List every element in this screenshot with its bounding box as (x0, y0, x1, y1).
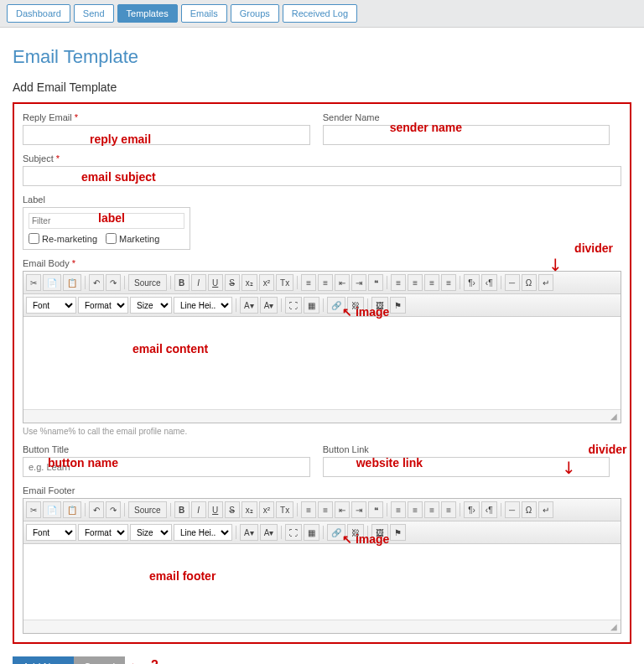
source-button[interactable]: Source (128, 501, 167, 518)
tab-emails[interactable]: Emails (181, 4, 227, 23)
italic-icon[interactable]: I (191, 501, 206, 518)
add-new-button[interactable]: Add New (13, 656, 74, 664)
subject-input[interactable] (23, 166, 621, 186)
quote-icon[interactable]: ❝ (368, 274, 383, 291)
copy-icon[interactable]: 📄 (43, 501, 61, 518)
tab-dashboard[interactable]: Dashboard (7, 4, 70, 23)
tab-templates[interactable]: Templates (117, 4, 178, 23)
maximize-icon[interactable]: ⛶ (285, 297, 302, 314)
superscript-icon[interactable]: x² (259, 501, 274, 518)
label-remarketing[interactable]: Re-marketing (29, 233, 97, 244)
rtl-icon[interactable]: ‹¶ (481, 274, 497, 291)
fontcolor-icon[interactable]: A▾ (240, 297, 258, 314)
flag-icon[interactable]: ⚑ (390, 524, 406, 541)
numlist-icon[interactable]: ≡ (301, 501, 316, 518)
bullist-icon[interactable]: ≡ (318, 501, 333, 518)
format-select[interactable]: Format (78, 524, 128, 541)
size-select[interactable]: Size (130, 524, 172, 541)
clearformat-icon[interactable]: Tx (276, 274, 293, 291)
unlink-icon[interactable]: ⛓ (347, 524, 364, 541)
bgcolor-icon[interactable]: A▾ (260, 524, 278, 541)
lineheight-select[interactable]: Line Hei... (174, 297, 232, 314)
redo-icon[interactable]: ↷ (106, 501, 121, 518)
link-icon[interactable]: 🔗 (327, 524, 345, 541)
underline-icon[interactable]: U (208, 501, 223, 518)
source-button[interactable]: Source (128, 274, 167, 291)
size-select[interactable]: Size (130, 297, 172, 314)
unlink-icon[interactable]: ⛓ (347, 297, 364, 314)
omega-icon[interactable]: Ω (522, 501, 537, 518)
showblocks-icon[interactable]: ▦ (304, 297, 319, 314)
checkbox-remarketing[interactable] (29, 233, 39, 244)
sender-name-input[interactable] (323, 125, 610, 145)
clearformat-icon[interactable]: Tx (276, 501, 293, 518)
strike-icon[interactable]: S (225, 501, 240, 518)
label-marketing[interactable]: Marketing (106, 233, 159, 244)
aligncenter-icon[interactable]: ≡ (408, 274, 423, 291)
maximize-icon[interactable]: ⛶ (285, 524, 302, 541)
hr-icon[interactable]: ─ (505, 501, 520, 518)
outdent-icon[interactable]: ⇤ (335, 274, 350, 291)
resize-handle[interactable]: ◢ (23, 620, 621, 633)
hr-icon[interactable]: ─ (505, 274, 520, 291)
aligncenter-icon[interactable]: ≡ (408, 501, 423, 518)
alignright-icon[interactable]: ≡ (424, 501, 439, 518)
ltr-icon[interactable]: ¶› (464, 274, 480, 291)
strike-icon[interactable]: S (225, 274, 240, 291)
font-select[interactable]: Font (26, 524, 76, 541)
resize-handle[interactable]: ◢ (23, 409, 621, 423)
label-filter-input[interactable] (29, 213, 184, 229)
cut-icon[interactable]: ✂ (26, 274, 41, 291)
omega-icon[interactable]: Ω (522, 274, 537, 291)
button-title-input[interactable] (23, 457, 310, 477)
quote-icon[interactable]: ❝ (368, 501, 383, 518)
bullist-icon[interactable]: ≡ (318, 274, 333, 291)
cut-icon[interactable]: ✂ (26, 501, 41, 518)
button-link-input[interactable] (323, 457, 610, 477)
superscript-icon[interactable]: x² (259, 274, 274, 291)
undo-icon[interactable]: ↶ (89, 274, 104, 291)
italic-icon[interactable]: I (191, 274, 206, 291)
showblocks-icon[interactable]: ▦ (304, 524, 319, 541)
indent-icon[interactable]: ⇥ (351, 274, 366, 291)
numlist-icon[interactable]: ≡ (301, 274, 316, 291)
pagebreak-icon[interactable]: ↵ (538, 501, 553, 518)
paste-icon[interactable]: 📋 (63, 274, 81, 291)
fontcolor-icon[interactable]: A▾ (240, 524, 258, 541)
pagebreak-icon[interactable]: ↵ (538, 274, 553, 291)
bgcolor-icon[interactable]: A▾ (260, 297, 278, 314)
flag-icon[interactable]: ⚑ (390, 297, 406, 314)
alignright-icon[interactable]: ≡ (424, 274, 439, 291)
paste-icon[interactable]: 📋 (63, 501, 81, 518)
image-icon[interactable]: 🖼 (371, 524, 388, 541)
alignleft-icon[interactable]: ≡ (391, 274, 406, 291)
outdent-icon[interactable]: ⇤ (335, 501, 350, 518)
undo-icon[interactable]: ↶ (89, 501, 104, 518)
subscript-icon[interactable]: x₂ (242, 274, 257, 291)
redo-icon[interactable]: ↷ (106, 274, 121, 291)
tab-groups[interactable]: Groups (231, 4, 279, 23)
bold-icon[interactable]: B (174, 274, 190, 291)
format-select[interactable]: Format (78, 297, 128, 314)
copy-icon[interactable]: 📄 (43, 274, 61, 291)
bold-icon[interactable]: B (174, 501, 190, 518)
email-body-content[interactable]: ↖ image email content (23, 317, 621, 409)
rtl-icon[interactable]: ‹¶ (481, 501, 497, 518)
image-icon[interactable]: 🖼 (371, 297, 388, 314)
font-select[interactable]: Font (26, 297, 76, 314)
checkbox-marketing[interactable] (106, 233, 117, 244)
alignjustify-icon[interactable]: ≡ (441, 274, 456, 291)
lineheight-select[interactable]: Line Hei... (174, 524, 232, 541)
link-icon[interactable]: 🔗 (327, 297, 345, 314)
ltr-icon[interactable]: ¶› (464, 501, 480, 518)
alignleft-icon[interactable]: ≡ (391, 501, 406, 518)
alignjustify-icon[interactable]: ≡ (441, 501, 456, 518)
email-body-editor: ✂ 📄 📋 ↶ ↷ Source B I U S x₂ (23, 271, 621, 423)
tab-received-log[interactable]: Received Log (283, 4, 357, 23)
email-footer-content[interactable]: ↖ image email footer (23, 544, 621, 620)
tab-send[interactable]: Send (74, 4, 114, 23)
reply-email-input[interactable] (23, 125, 310, 145)
subscript-icon[interactable]: x₂ (242, 501, 257, 518)
underline-icon[interactable]: U (208, 274, 223, 291)
indent-icon[interactable]: ⇥ (351, 501, 366, 518)
